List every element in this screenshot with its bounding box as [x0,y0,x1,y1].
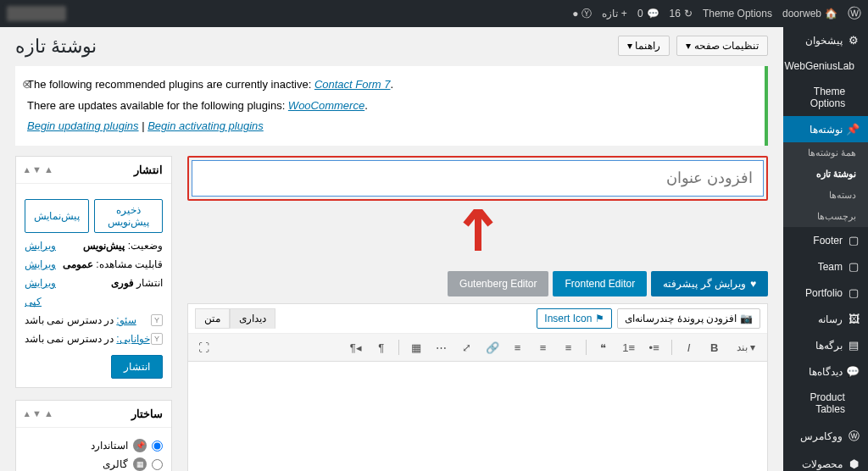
edit-status-link[interactable]: ویرایش [25,240,56,252]
save-draft-button[interactable]: ذخیره پیش‌نویس [94,199,163,233]
begin-activating-link[interactable]: Begin activating plugins [147,119,264,132]
heart-icon: ♥ [750,278,756,290]
home-link[interactable]: 🏠 doorweb [782,8,837,19]
readability-link[interactable]: خوانایی: [116,333,149,345]
add-media-button[interactable]: 📷افزودن پروندهٔ چندرسانه‌ای [617,308,760,329]
updates-link[interactable]: ↻ 16 [670,8,693,19]
insert-icon-button[interactable]: ⚑Insert Icon [537,308,612,329]
paragraph-selector[interactable]: بند ▾ [732,341,760,353]
pin-icon: 📌 [848,123,860,136]
preview-button[interactable]: پیش‌نمایش [25,199,89,233]
flag-icon: ⚑ [595,313,604,324]
sidebar-item-comments[interactable]: 💬دیدگاه‌ها [783,358,868,385]
dashboard-icon: ⚙ [848,34,860,47]
format-gallery[interactable]: ▦گالری [25,455,163,471]
bold-icon[interactable]: B [706,339,723,356]
publish-button[interactable]: انتشار [111,355,163,379]
gutenberg-editor-tab[interactable]: Gutenberg Editor [448,271,548,296]
sidebar-item-posts[interactable]: 📌نوشته‌ها [783,116,868,142]
text-tab[interactable]: متن [195,308,230,329]
paragraph-direction-icon[interactable]: ¶◂ [348,339,364,356]
paragraph-icon[interactable]: ¶ [373,339,390,356]
publish-metabox: انتشار ▲ ▼ ▴ ذخیره پیش‌نویس پیش‌نمایش وض… [15,156,172,388]
format-standard[interactable]: 📌استاندارد [25,436,163,455]
format-metabox: ساختار ▲ ▼ ▴ 📌استاندارد ▦گالری ▷ویدئو [15,400,172,471]
help-button[interactable]: راهنما ▾ [618,36,670,56]
align-center-icon[interactable]: ≡ [535,339,552,356]
submenu-categories[interactable]: دسته‌ها [783,185,868,206]
sidebar-item-product-tables[interactable]: Product Tables [783,385,868,422]
align-left-icon[interactable]: ≡ [560,339,577,356]
admin-bar: ⓦ 🏠 doorweb Theme Options ↻ 16 💬 0 + تاز… [0,0,868,27]
visual-tab[interactable]: دیداری [230,308,275,329]
cart-icon: ⓦ [848,429,860,444]
screen-options-button[interactable]: تنظیمات صفحه ▾ [676,36,768,56]
more-icon[interactable]: ⋯ [433,339,450,356]
arrow-annotation [187,209,768,263]
edit-date-link[interactable]: ویرایش [25,277,56,289]
sidebar-item-team[interactable]: ▢Team [783,253,868,280]
blockquote-icon[interactable]: ❝ [595,339,612,356]
products-icon: ⬢ [848,457,860,470]
submenu-tags[interactable]: برچسب‌ها [783,206,868,227]
main-content: تنظیمات صفحه ▾ راهنما ▾ نوشتهٔ تازه ⊗ Th… [0,27,783,471]
dismiss-notice-button[interactable]: ⊗ [22,73,32,96]
new-content-link[interactable]: + تازه [602,8,627,19]
sidebar-item-woocommerce[interactable]: ⓦووکامرس [783,422,868,451]
sidebar-item-webgeniuslab[interactable]: WebGeniusLab [783,53,868,79]
sidebar-item-theme-options[interactable]: Theme Options [783,79,868,116]
contact-form-link[interactable]: Contact Form 7 [314,78,391,91]
sidebar-item-media[interactable]: 🖾رسانه [783,306,868,332]
metabox-toggle[interactable]: ▲ ▼ ▴ [25,164,53,175]
wordpress-logo-icon[interactable]: ⓦ [848,5,861,23]
submenu-all-posts[interactable]: همهٔ نوشته‌ها [783,142,868,163]
sidebar-item-dashboard[interactable]: ⚙پیشخوان [783,27,868,53]
toolbar-toggle-icon[interactable]: ▦ [408,339,425,356]
plugin-notice: ⊗ The following recommended plugins are … [15,66,768,146]
user-greeting[interactable] [7,6,66,21]
yoast-badge: Y [151,314,163,326]
format-title: ساختار [131,407,163,420]
sidebar-item-footer[interactable]: ▢Footer [783,227,868,253]
fullscreen-icon[interactable]: ⛶ [195,339,212,356]
begin-updating-link[interactable]: Begin updating plugins [27,119,139,132]
page-title: نوشتهٔ تازه [15,36,97,58]
editor-toolbar: ⛶ ¶◂ ¶ ▦ ⋯ ⤢ 🔗 ≡ ≡ ≡ ❝ 1≡ [188,334,767,362]
editor-content-area[interactable] [188,362,767,471]
align-right-icon[interactable]: ≡ [509,339,526,356]
yoast-badge: Y [151,333,163,345]
copy-link[interactable]: کپی [25,296,42,308]
posts-submenu: همهٔ نوشته‌ها نوشتهٔ تازه دسته‌ها برچسب‌… [783,142,868,227]
media-icon: 🖾 [848,313,860,325]
pages-icon: ▤ [848,339,860,352]
gallery-format-icon: ▦ [133,457,147,471]
admin-sidebar: ⚙پیشخوان WebGeniusLab Theme Options 📌نوش… [783,27,868,471]
woocommerce-link[interactable]: WooCommerce [288,99,364,112]
link-icon[interactable]: 🔗 [484,339,501,356]
comments-icon: 💬 [848,365,860,378]
expand-icon[interactable]: ⤢ [459,339,476,356]
submenu-new-post[interactable]: نوشتهٔ تازه [783,163,868,185]
post-title-input[interactable] [192,160,764,197]
seo-indicator[interactable]: Ⓨ ● [572,7,592,21]
sidebar-item-portfolio[interactable]: ▢Portfolio [783,280,868,306]
advanced-editor-tab[interactable]: ♥ویرایش گر پیشرفته [651,271,768,296]
editor-box: 📷افزودن پروندهٔ چندرسانه‌ای ⚑Insert Icon… [187,303,768,471]
title-input-highlight [187,156,768,201]
unordered-list-icon[interactable]: •≡ [646,339,663,356]
seo-link[interactable]: سئو: [116,314,136,326]
sidebar-item-products[interactable]: ⬢محصولات [783,451,868,471]
standard-format-icon: 📌 [133,439,147,452]
metabox-toggle[interactable]: ▲ ▼ ▴ [25,408,53,419]
ordered-list-icon[interactable]: 1≡ [620,339,637,356]
italic-icon[interactable]: I [681,339,698,356]
sidebar-item-pages[interactable]: ▤برگه‌ها [783,332,868,358]
publish-title: انتشار [134,163,163,176]
edit-visibility-link[interactable]: ویرایش [25,258,56,270]
theme-options-link[interactable]: Theme Options [703,8,772,19]
comments-link[interactable]: 💬 0 [637,8,659,19]
camera-icon: 📷 [740,313,753,324]
frontend-editor-tab[interactable]: Frontend Editor [553,271,647,296]
